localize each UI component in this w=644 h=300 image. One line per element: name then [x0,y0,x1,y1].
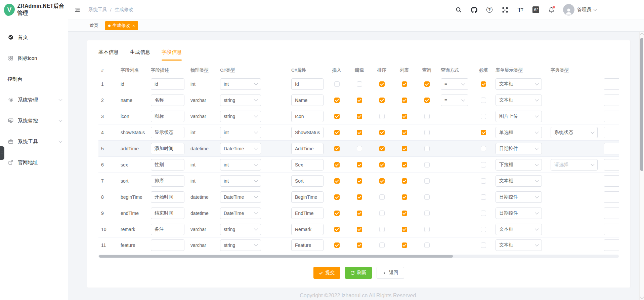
list-checkbox[interactable] [402,81,407,87]
notification-bell-icon[interactable] [548,6,555,13]
display-type-select[interactable]: 文本框 [496,95,542,106]
search-icon[interactable] [455,6,462,13]
tab-basic-info[interactable]: 基本信息 [98,49,119,60]
extra-input[interactable] [604,224,619,235]
back-button[interactable]: 返回 [377,267,404,279]
edit-checkbox[interactable] [357,130,362,135]
required-checkbox[interactable] [481,178,486,184]
display-type-select[interactable]: 图片上传 [496,111,542,122]
sort-checkbox[interactable] [379,178,385,184]
csharp-type-select[interactable]: int [220,159,261,171]
insert-checkbox[interactable] [334,178,340,184]
query-type-select[interactable]: = [441,95,468,106]
csharp-type-select[interactable]: string [220,95,261,106]
csharp-attr-input[interactable] [291,239,324,251]
horizontal-scrollbar-thumb[interactable] [99,255,453,258]
required-checkbox[interactable] [481,227,486,232]
sort-checkbox[interactable] [379,211,385,216]
extra-input[interactable] [604,127,619,138]
csharp-type-select[interactable]: string [220,239,261,251]
tag-active[interactable]: 生成修改 × [105,21,138,30]
sidebar-item-system-tools[interactable]: 系统工具 [0,131,68,152]
csharp-type-select[interactable]: int [220,175,261,187]
edit-checkbox[interactable] [357,178,362,184]
display-type-select[interactable]: 文本框 [496,78,542,90]
query-checkbox[interactable] [424,227,430,232]
insert-checkbox[interactable] [334,211,340,216]
required-checkbox[interactable] [481,130,486,135]
required-checkbox[interactable] [481,194,486,200]
edit-checkbox[interactable] [357,114,362,119]
csharp-type-select[interactable]: int [220,127,261,138]
required-checkbox[interactable] [481,211,486,216]
close-icon[interactable]: × [132,23,135,28]
query-checkbox[interactable] [424,162,430,167]
query-checkbox[interactable] [424,98,430,103]
edit-checkbox[interactable] [357,162,362,167]
list-checkbox[interactable] [402,146,407,151]
csharp-attr-input[interactable] [291,191,324,203]
github-icon[interactable] [470,6,478,13]
help-icon[interactable]: ? [486,6,493,13]
sidebar-item-website[interactable]: 官网地址 [0,152,68,173]
insert-checkbox[interactable] [334,98,340,103]
fullscreen-icon[interactable] [501,6,509,13]
insert-checkbox[interactable] [334,162,340,167]
edit-checkbox[interactable] [357,98,362,103]
list-checkbox[interactable] [402,130,407,135]
query-checkbox[interactable] [424,146,430,151]
tab-field-info[interactable]: 字段信息 [162,49,182,60]
extra-input[interactable] [604,78,619,90]
sort-checkbox[interactable] [379,114,385,119]
edit-checkbox[interactable] [357,227,362,232]
sort-checkbox[interactable] [379,162,385,167]
tag-home[interactable]: 首页 [90,23,98,29]
edit-checkbox[interactable] [357,81,362,87]
display-type-select[interactable]: 文本框 [496,224,542,235]
field-description-input[interactable] [151,239,184,251]
field-description-input[interactable] [151,127,184,138]
display-type-select[interactable]: 日期控件 [496,143,542,154]
sort-checkbox[interactable] [379,242,385,248]
query-checkbox[interactable] [424,114,430,119]
edit-checkbox[interactable] [357,194,362,200]
vertical-scrollbar-thumb[interactable] [640,38,643,171]
display-type-select[interactable]: 日期控件 [496,191,542,203]
submit-button[interactable]: 提交 [313,267,340,279]
csharp-type-select[interactable]: string [220,111,261,122]
extra-input[interactable] [604,111,619,122]
csharp-type-select[interactable]: string [220,224,261,235]
dict-type-select[interactable]: 请选择 [551,159,598,171]
insert-checkbox[interactable] [334,146,340,151]
vertical-scrollbar[interactable] [639,32,644,300]
scroll-up-icon[interactable] [640,33,644,37]
csharp-type-select[interactable]: int [220,78,261,90]
required-checkbox[interactable] [481,162,486,167]
sidebar-item-home[interactable]: 首页 [0,27,68,48]
list-checkbox[interactable] [402,114,407,119]
breadcrumb-item[interactable]: 生成修改 [115,7,133,13]
csharp-attr-input[interactable] [291,208,324,219]
menu-collapse-icon[interactable] [72,4,83,15]
sort-checkbox[interactable] [379,98,385,103]
extra-input[interactable] [604,191,619,203]
csharp-attr-input[interactable] [291,127,324,138]
field-description-input[interactable] [151,95,184,106]
refresh-button[interactable]: 刷新 [345,267,372,279]
required-checkbox[interactable] [481,98,486,103]
query-checkbox[interactable] [424,211,430,216]
field-description-input[interactable] [151,224,184,235]
query-checkbox[interactable] [424,178,430,184]
csharp-attr-input[interactable] [291,175,324,187]
field-description-input[interactable] [151,143,184,154]
extra-input[interactable] [604,159,619,171]
extra-input[interactable] [604,143,619,154]
app-logo[interactable]: V ZRAdmin.NET后台管理 [0,0,68,20]
extra-input[interactable] [604,175,619,187]
tab-gen-info[interactable]: 生成信息 [130,49,150,60]
sort-checkbox[interactable] [379,227,385,232]
required-checkbox[interactable] [481,114,486,119]
list-checkbox[interactable] [402,227,407,232]
extra-input[interactable] [604,95,619,106]
csharp-attr-input[interactable] [291,111,324,122]
